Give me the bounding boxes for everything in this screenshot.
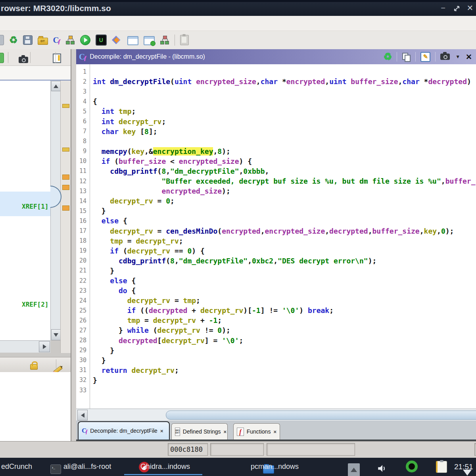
close-tab-icon[interactable]: × bbox=[160, 428, 163, 434]
import-results-icon[interactable] bbox=[144, 36, 155, 45]
code-text: if (buffer_size < encrypted_size) { bbox=[93, 157, 252, 165]
tab-functions[interactable]: f Functions × bbox=[233, 423, 280, 440]
line-number: 29 bbox=[76, 347, 90, 354]
close-panel-icon[interactable]: ✕ bbox=[466, 53, 472, 61]
code-line[interactable]: 22 else { bbox=[76, 276, 476, 286]
bottom-left-panel-body[interactable] bbox=[0, 372, 71, 441]
data-type-manager-icon[interactable]: DT bbox=[38, 38, 48, 45]
partial-green-icon[interactable] bbox=[0, 53, 4, 63]
script-manager-icon[interactable]: ♻ bbox=[9, 35, 18, 45]
table-icon[interactable] bbox=[127, 36, 138, 45]
margin-marker[interactable] bbox=[62, 175, 69, 180]
snapshot-icon[interactable] bbox=[440, 54, 450, 60]
run-icon[interactable] bbox=[80, 35, 90, 45]
listing-horizontal-scrollbar[interactable] bbox=[0, 340, 50, 353]
code-text: decrypt_rv = 0; bbox=[93, 197, 175, 205]
code-line[interactable]: 8 bbox=[76, 136, 476, 146]
screen-recorder-icon[interactable] bbox=[406, 461, 418, 472]
scroll-down-button[interactable] bbox=[51, 329, 61, 340]
code-line[interactable]: 16 else { bbox=[76, 216, 476, 226]
edit-icon[interactable]: ✎ bbox=[420, 52, 430, 62]
decompile-horizontal-scrollbar[interactable] bbox=[76, 409, 476, 421]
code-text: } bbox=[93, 356, 106, 365]
code-line[interactable]: 5 int tmp; bbox=[76, 106, 476, 116]
restore-button[interactable] bbox=[451, 4, 462, 14]
code-line[interactable]: 21 } bbox=[76, 266, 476, 276]
lock-icon[interactable] bbox=[30, 364, 38, 370]
scroll-right-button[interactable] bbox=[39, 341, 50, 352]
code-line[interactable]: 33 bbox=[76, 385, 476, 395]
code-line[interactable]: 6 int decrypt_rv; bbox=[76, 116, 476, 126]
code-line[interactable]: 27 } while (decrypt_rv != 0); bbox=[76, 325, 476, 335]
code-line[interactable]: 14 decrypt_rv = 0; bbox=[76, 196, 476, 206]
code-line[interactable]: 17 decrypt_rv = cen_desMinDo(encrypted,e… bbox=[76, 226, 476, 236]
line-number: 28 bbox=[76, 337, 90, 344]
code-line[interactable]: 12 "Buffer exceeded, decrypt buf size is… bbox=[76, 176, 476, 186]
code-line[interactable]: 9 memcpy(key,&encryption_key,8); bbox=[76, 146, 476, 156]
code-line[interactable]: 28 decrypted[decrypt_rv] = '\0'; bbox=[76, 336, 476, 345]
terminal-icon[interactable] bbox=[50, 464, 61, 474]
code-line[interactable]: 30 } bbox=[76, 355, 476, 365]
code-line[interactable]: 15 } bbox=[76, 206, 476, 216]
code-line[interactable]: 19 if (decrypt_rv == 0) { bbox=[76, 246, 476, 256]
margin-marker[interactable] bbox=[62, 205, 69, 211]
partial-icon[interactable] bbox=[0, 35, 4, 45]
close-tab-icon[interactable]: × bbox=[224, 429, 227, 435]
code-line[interactable]: 18 tmp = decrypt_rv; bbox=[76, 236, 476, 246]
xref-label-1[interactable]: XREF[1] bbox=[22, 203, 48, 210]
diamond-marker-icon[interactable]: ◆◆ bbox=[112, 35, 122, 45]
refresh-icon[interactable]: ♻ bbox=[384, 52, 392, 61]
scroll-up-button[interactable] bbox=[51, 81, 61, 91]
code-line[interactable]: 31 return decrypt_rv; bbox=[76, 365, 476, 375]
taskbar-window-2[interactable]: ali@ali...fs-root bbox=[63, 463, 111, 471]
scroll-left-button[interactable] bbox=[77, 410, 88, 420]
code-line[interactable]: 1 bbox=[76, 67, 476, 77]
taskbar-window-3-active[interactable]: Ghidra...indows bbox=[140, 463, 190, 471]
margin-marker[interactable] bbox=[62, 185, 69, 190]
code-line[interactable]: 2int dm_decryptFile(uint encrypted_size,… bbox=[76, 77, 476, 86]
code-line[interactable]: 24 decrypt_rv = tmp; bbox=[76, 296, 476, 305]
code-line[interactable]: 32} bbox=[76, 375, 476, 385]
clipboard-manager-icon[interactable] bbox=[436, 461, 447, 473]
taskbar-window-1[interactable]: edCrunch bbox=[1, 463, 32, 471]
code-line[interactable]: 25 if ((decrypted + decrypt_rv)[-1] != '… bbox=[76, 305, 476, 315]
code-browser-icon[interactable]: Cf bbox=[53, 35, 60, 45]
tab-defined-strings[interactable]: QRSDAT Defined Strings × bbox=[171, 423, 228, 440]
code-line[interactable]: 4{ bbox=[76, 96, 476, 106]
code-line[interactable]: 20 cdbg_printf(8,"dm_decryptFile",0xbc2,… bbox=[76, 256, 476, 266]
code-line[interactable]: 7 char key [8]; bbox=[76, 127, 476, 136]
line-number: 12 bbox=[76, 178, 90, 185]
code-line[interactable]: 26 tmp = decrypt_rv + -1; bbox=[76, 315, 476, 325]
clipboard-icon[interactable] bbox=[180, 35, 189, 45]
tray-expander-icon[interactable] bbox=[348, 463, 360, 476]
margin-marker[interactable] bbox=[62, 104, 69, 108]
line-number: 15 bbox=[76, 207, 90, 215]
code-line[interactable]: 11 cdbg_printf(8,"dm_decryptFile",0xbbb, bbox=[76, 166, 476, 176]
code-line[interactable]: 3 bbox=[76, 86, 476, 96]
code-line[interactable]: 29 } bbox=[76, 345, 476, 355]
clone-window-icon[interactable] bbox=[53, 54, 61, 63]
menu-caret-icon[interactable]: ▼ bbox=[455, 54, 460, 59]
code-line[interactable]: 23 do { bbox=[76, 286, 476, 296]
call-tree-icon[interactable] bbox=[160, 35, 169, 45]
minimize-button[interactable]: − bbox=[438, 3, 448, 13]
snapshot-icon[interactable] bbox=[19, 57, 28, 63]
taskbar-window-4[interactable]: pcman...ndows bbox=[251, 463, 299, 471]
decompile-code-area[interactable]: 12int dm_decryptFile(uint encrypted_size… bbox=[76, 64, 476, 409]
panel-splitter[interactable] bbox=[71, 49, 76, 441]
scrollbar-thumb[interactable] bbox=[166, 411, 476, 420]
margin-marker[interactable] bbox=[62, 148, 69, 152]
symbol-tree-icon[interactable] bbox=[65, 35, 75, 45]
xref-label-2[interactable]: XREF[2] bbox=[22, 301, 48, 308]
tab-decompile[interactable]: Cf Decompile: dm_decryptFile × bbox=[78, 421, 170, 440]
console-icon[interactable]: U bbox=[96, 35, 107, 46]
save-icon[interactable] bbox=[23, 35, 33, 45]
code-line[interactable]: 10 if (buffer_size < encrypted_size) { bbox=[76, 156, 476, 166]
volume-icon[interactable] bbox=[377, 463, 387, 474]
listing-vertical-scrollbar[interactable] bbox=[50, 81, 61, 340]
decompile-panel-header[interactable]: Cf Decompile: dm_decryptFile - (libcmm.s… bbox=[76, 49, 476, 65]
copy-icon[interactable] bbox=[402, 52, 411, 61]
code-line[interactable]: 13 encrypted_size); bbox=[76, 186, 476, 196]
close-window-button[interactable]: ✕ bbox=[465, 3, 475, 13]
close-tab-icon[interactable]: × bbox=[273, 429, 276, 435]
